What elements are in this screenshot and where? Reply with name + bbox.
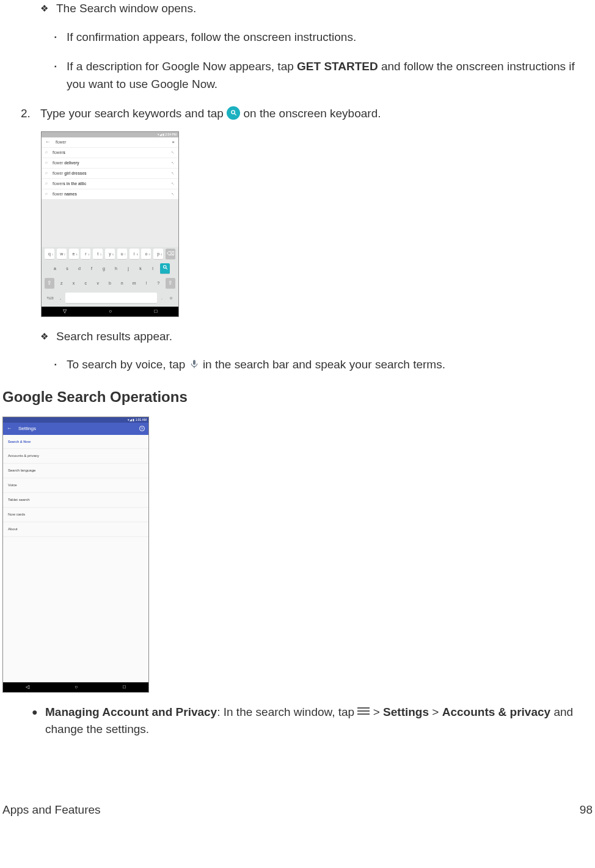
key-g: g — [99, 263, 109, 274]
bullet-text: To search by voice, tap in the search ba… — [67, 356, 593, 374]
key-!: ! — [141, 278, 151, 289]
path-settings: Settings — [383, 706, 429, 718]
footer-page-number: 98 — [580, 801, 593, 819]
search-query: flower — [56, 139, 172, 145]
result-bullet: ❖ Search results appear. — [2, 328, 593, 346]
search-suggestion: ⌕flowers in the attic↖ — [42, 178, 178, 189]
nav-recent-icon: □ — [154, 308, 157, 315]
key-j: j — [123, 263, 133, 274]
step-item: 2. Type your search keywords and tap on … — [2, 105, 593, 123]
settings-item: About — [3, 522, 148, 537]
sub-bullet: ▪ If confirmation appears, follow the on… — [2, 29, 593, 46]
microphone-icon — [189, 357, 200, 371]
nav-home-icon: ○ — [109, 308, 112, 315]
footer-section: Apps and Features — [2, 801, 101, 819]
step-number: 2. — [21, 105, 40, 123]
sub-bullet: ▪ To search by voice, tap in the search … — [2, 356, 593, 374]
svg-rect-4 — [193, 360, 195, 365]
magnifier-icon: ⌕ — [45, 170, 48, 177]
bullet-text: Managing Account and Privacy: In the sea… — [45, 704, 593, 739]
round-marker: ● — [32, 704, 45, 739]
bullet-text: If confirmation appears, follow the onsc… — [67, 29, 593, 46]
clear-icon: × — [172, 139, 175, 146]
key-h: h — [111, 263, 121, 274]
key-comma: , — [57, 293, 64, 304]
svg-point-0 — [232, 111, 235, 114]
svg-line-3 — [166, 268, 167, 269]
key-y: y6 — [105, 249, 115, 260]
key-period: . — [158, 293, 166, 304]
key-?: ? — [153, 278, 163, 289]
search-suggestion: ⌕flowers↖ — [42, 147, 178, 158]
fill-arrow-icon: ↖ — [171, 191, 175, 197]
settings-section-header: Search & Now — [3, 435, 148, 449]
blank-area — [3, 537, 148, 682]
square-marker: ▪ — [54, 58, 67, 93]
svg-point-2 — [163, 265, 166, 268]
nav-back-icon: ▽ — [63, 308, 67, 315]
sub-bullet: ▪ If a description for Google Now appear… — [2, 58, 593, 93]
key-emoji: ☺ — [166, 293, 177, 304]
bullet-text: Search results appear. — [56, 328, 593, 346]
keyboard: q1w2e3r4t5y6u7i8o9p0⌫ asdfghjkl ⇧zxcvbnm… — [42, 247, 178, 307]
square-marker: ▪ — [54, 29, 67, 46]
path-accounts-privacy: Accounts & privacy — [442, 706, 550, 718]
help-icon: ? — [139, 426, 145, 431]
key-t: t5 — [93, 249, 103, 260]
key-v: v — [93, 278, 103, 289]
key-w: w2 — [57, 249, 67, 260]
key-a: a — [50, 263, 60, 274]
fill-arrow-icon: ↖ — [171, 150, 175, 156]
key-n: n — [117, 278, 127, 289]
key-l: l — [148, 263, 158, 274]
bullet-text: If a description for Google Now appears,… — [67, 58, 593, 93]
key-z: z — [57, 278, 67, 289]
key-backspace: ⌫ — [166, 249, 175, 260]
key-q: q1 — [45, 249, 54, 260]
get-started-label: GET STARTED — [297, 60, 378, 73]
back-arrow-icon: ← — [7, 425, 12, 433]
settings-item: Tablet search — [3, 493, 148, 508]
step-text: Type your search keywords and tap on the… — [40, 105, 593, 123]
nav-recent-icon: □ — [123, 684, 126, 691]
search-icon — [227, 106, 240, 120]
search-suggestion: ⌕flower names↖ — [42, 189, 178, 199]
nav-bar: ▽ ○ □ — [42, 307, 178, 316]
key-d: d — [75, 263, 84, 274]
key-e: e3 — [69, 249, 79, 260]
back-arrow-icon: ← — [45, 138, 51, 147]
result-bullet: ❖ The Search window opens. — [2, 0, 593, 18]
magnifier-icon: ⌕ — [45, 159, 48, 166]
screenshot-settings: ▾◢ ▮ 1:01 AM ← Settings ? Search & Now A… — [2, 417, 149, 693]
magnifier-icon: ⌕ — [45, 180, 48, 187]
square-marker: ▪ — [54, 356, 67, 374]
app-bar: ← Settings ? — [3, 423, 148, 435]
search-bar: ← flower × — [42, 137, 178, 147]
section-heading: Google Search Operations — [2, 386, 593, 408]
key-c: c — [81, 278, 90, 289]
svg-line-1 — [235, 114, 236, 115]
key-symbols: ?123 — [43, 293, 57, 304]
diamond-marker: ❖ — [40, 0, 56, 18]
content-gap — [42, 199, 178, 247]
key-b: b — [105, 278, 115, 289]
nav-bar: ◁ ○ □ — [3, 682, 148, 692]
page-footer: Apps and Features 98 — [2, 801, 593, 819]
nav-back-icon: ◁ — [26, 684, 29, 691]
key-s: s — [62, 263, 72, 274]
key-f: f — [87, 263, 97, 274]
magnifier-icon: ⌕ — [45, 191, 48, 197]
key-u: u7 — [117, 249, 127, 260]
appbar-title: Settings — [18, 425, 139, 432]
fill-arrow-icon: ↖ — [171, 181, 175, 187]
key-search-go — [160, 263, 170, 274]
fill-arrow-icon: ↖ — [171, 170, 175, 177]
key-space — [65, 293, 157, 304]
settings-item: Now cards — [3, 508, 148, 522]
key-shift: ⇧ — [45, 278, 54, 289]
fill-arrow-icon: ↖ — [171, 160, 175, 166]
operation-bullet: ● Managing Account and Privacy: In the s… — [2, 704, 593, 739]
settings-item: Voice — [3, 478, 148, 493]
key-shift: ⇧ — [166, 278, 175, 289]
magnifier-icon: ⌕ — [45, 149, 48, 156]
